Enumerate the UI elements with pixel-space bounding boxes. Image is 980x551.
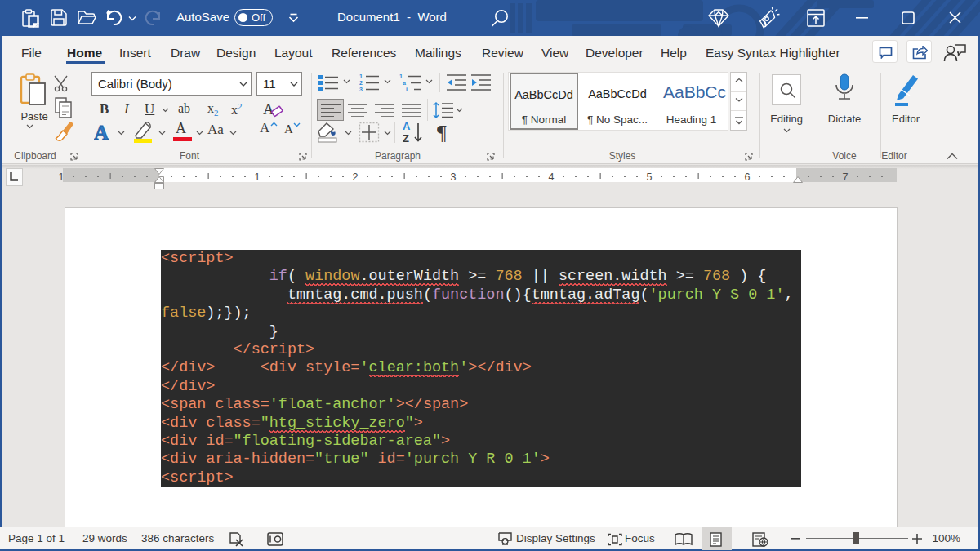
svg-text:4: 4	[549, 171, 555, 183]
svg-text:1: 1	[255, 171, 261, 183]
svg-text:1: 1	[359, 73, 363, 79]
svg-text:¶: ¶	[437, 121, 447, 143]
svg-text:A: A	[403, 121, 411, 132]
svg-text:A: A	[263, 100, 274, 118]
svg-text:7: 7	[843, 171, 849, 183]
svg-text:6: 6	[745, 171, 751, 183]
svg-text:2: 2	[359, 80, 363, 86]
svg-text:3: 3	[451, 171, 457, 183]
svg-text:A: A	[94, 122, 109, 142]
svg-text:5: 5	[647, 171, 653, 183]
svg-text:1: 1	[399, 73, 403, 79]
svg-text:1: 1	[59, 171, 65, 183]
svg-text:i: i	[406, 87, 408, 92]
svg-text:2: 2	[353, 171, 359, 183]
svg-text:3: 3	[359, 87, 363, 92]
svg-text:Z: Z	[403, 132, 409, 144]
svg-text:a: a	[403, 80, 406, 86]
